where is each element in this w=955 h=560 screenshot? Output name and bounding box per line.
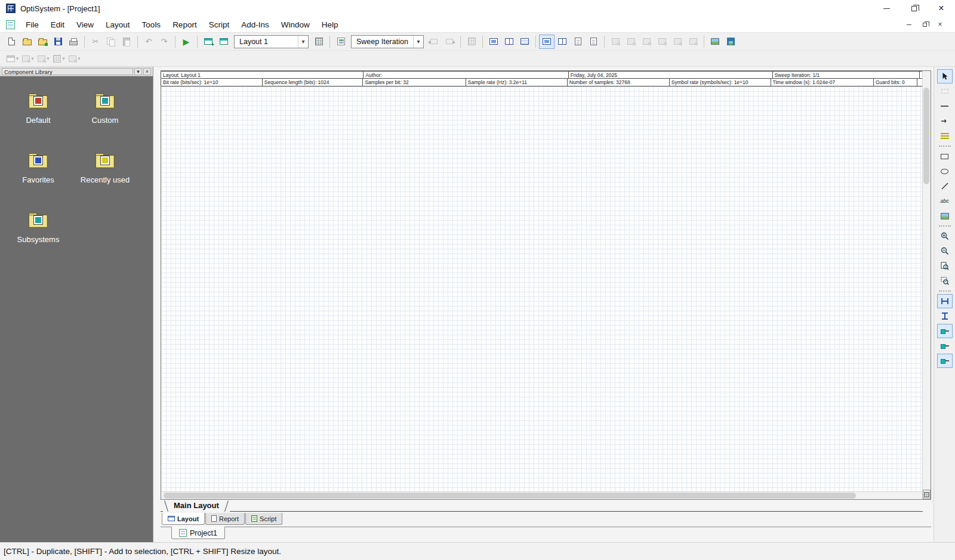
new-project-button[interactable]	[4, 35, 19, 49]
vertical-scrollbar[interactable]	[923, 71, 931, 490]
menu-script[interactable]: Script	[203, 18, 236, 31]
component-library-panel: Component Library ▾ × Default	[0, 67, 153, 542]
open-project-button[interactable]	[19, 35, 35, 49]
save-layout-image-button[interactable]	[723, 35, 738, 49]
pane-menu-button[interactable]: ▾	[134, 68, 142, 75]
drawing-toolbar: abc	[934, 67, 955, 542]
window-title: OptiSystem - [Project1]	[20, 4, 100, 13]
tab-layout[interactable]: Layout	[162, 513, 205, 525]
show-parameters-view-button[interactable]	[517, 35, 532, 49]
layout-canvas[interactable]	[161, 86, 922, 491]
horizontal-scrollbar-thumb[interactable]	[164, 493, 856, 499]
sweep-combobox-value: Sweep Iteration	[352, 38, 413, 46]
vertical-scrollbar-thumb[interactable]	[923, 88, 929, 184]
print-button[interactable]	[66, 35, 81, 49]
play-icon: ▶	[183, 38, 190, 46]
duplicate-layout-button[interactable]	[216, 35, 232, 49]
child-close-button[interactable]: ×	[934, 19, 947, 30]
library-item-recently-used[interactable]: Recently used	[72, 147, 138, 206]
align-bottom-button[interactable]	[937, 354, 953, 368]
status-message: [CTRL] - Duplicate, [SHIFT] - Add to sel…	[4, 547, 281, 556]
open-folder-icon	[23, 39, 32, 45]
restore-button[interactable]	[900, 0, 928, 17]
separator	[460, 36, 461, 48]
workspace: Component Library ▾ × Default	[0, 67, 955, 542]
menu-window[interactable]: Window	[275, 18, 316, 31]
close-button[interactable]: ×	[928, 0, 955, 17]
export-layout-image-button[interactable]	[707, 35, 723, 49]
picture-icon	[711, 38, 719, 45]
layout-parameters-button[interactable]	[311, 35, 326, 49]
child-restore-button[interactable]	[918, 19, 931, 30]
save-icon	[54, 38, 62, 45]
menu-view[interactable]: View	[70, 18, 100, 31]
palette-icon	[69, 55, 76, 62]
folder-icon	[94, 93, 116, 110]
ellipse-tool-button[interactable]	[937, 164, 953, 178]
layout-combobox[interactable]: Layout 1 ▾	[234, 35, 309, 48]
split-view-button[interactable]	[554, 35, 570, 49]
menu-edit[interactable]: Edit	[45, 18, 70, 31]
project-tab-icon	[179, 529, 187, 537]
auto-connect-tool-button[interactable]	[937, 129, 953, 143]
copy-icon	[107, 38, 115, 46]
tab-report-label: Report	[219, 515, 239, 522]
image-icon	[941, 213, 949, 219]
description-page-button[interactable]	[586, 35, 601, 49]
horizontal-scrollbar[interactable]	[161, 491, 922, 499]
separator	[535, 36, 536, 48]
new-layout-button[interactable]	[201, 35, 216, 49]
horizontal-link-tool-button[interactable]	[937, 99, 953, 113]
menu-file[interactable]: File	[20, 18, 45, 31]
zoom-in-button[interactable]	[937, 229, 953, 243]
pane-close-button[interactable]: ×	[143, 68, 151, 75]
close-icon: ×	[938, 4, 944, 13]
layout-overview-button[interactable]	[923, 490, 931, 499]
menu-help[interactable]: Help	[316, 18, 344, 31]
import-project-button[interactable]	[35, 35, 50, 49]
align-middle-button[interactable]	[937, 339, 953, 353]
fit-width-button[interactable]	[937, 294, 953, 308]
library-item-favorites[interactable]: Favorites	[5, 147, 72, 206]
minimize-button[interactable]	[873, 0, 900, 17]
tab-project1[interactable]: Project1	[171, 527, 225, 539]
menu-report[interactable]: Report	[167, 18, 203, 31]
separator	[939, 146, 951, 147]
full-layout-view-icon	[543, 38, 551, 45]
library-item-default[interactable]: Default	[5, 87, 72, 147]
menu-tools[interactable]: Tools	[136, 18, 167, 31]
tab-script[interactable]: Script	[245, 513, 282, 525]
zoom-out-button[interactable]	[937, 244, 953, 258]
report-page-button[interactable]	[570, 35, 586, 49]
report-tab-icon	[211, 515, 217, 522]
menu-addins[interactable]: Add-Ins	[235, 18, 275, 31]
calculate-button[interactable]: ▶	[178, 35, 194, 49]
main-layout-tab[interactable]: Main Layout	[163, 500, 230, 512]
library-item-custom[interactable]: Custom	[72, 87, 138, 147]
redo-button: ↷	[156, 35, 172, 49]
select-tool-button[interactable]	[937, 69, 953, 83]
zoom-selection-button[interactable]	[937, 274, 953, 288]
align-top-button[interactable]	[937, 324, 953, 338]
layout-header-row-2: Bit rate (bits/sec): 1e+10 Sequence leng…	[161, 79, 922, 86]
separator	[137, 36, 138, 48]
show-layout-view-button[interactable]	[486, 35, 501, 49]
separator	[482, 36, 483, 48]
sweep-combobox[interactable]: Sweep Iteration ▾	[351, 35, 424, 48]
tab-report[interactable]: Report	[205, 513, 245, 525]
menu-layout[interactable]: Layout	[100, 18, 136, 31]
sweep-mode-button[interactable]	[333, 35, 349, 49]
save-project-button[interactable]	[50, 35, 66, 49]
child-minimize-button[interactable]	[902, 19, 916, 30]
image-tool-button[interactable]	[937, 209, 953, 223]
show-project-browser-button[interactable]	[501, 35, 517, 49]
palette-dropdown-3: ▾	[36, 51, 51, 66]
text-tool-button[interactable]: abc	[937, 194, 953, 208]
rectangle-tool-button[interactable]	[937, 149, 953, 163]
arrow-tool-button[interactable]	[937, 114, 953, 128]
line-tool-button[interactable]	[937, 179, 953, 193]
full-layout-view-button[interactable]	[539, 35, 554, 49]
zoom-page-button[interactable]	[937, 259, 953, 273]
library-item-subsystems[interactable]: Subsystems	[5, 206, 72, 266]
fit-height-button[interactable]	[937, 309, 953, 323]
